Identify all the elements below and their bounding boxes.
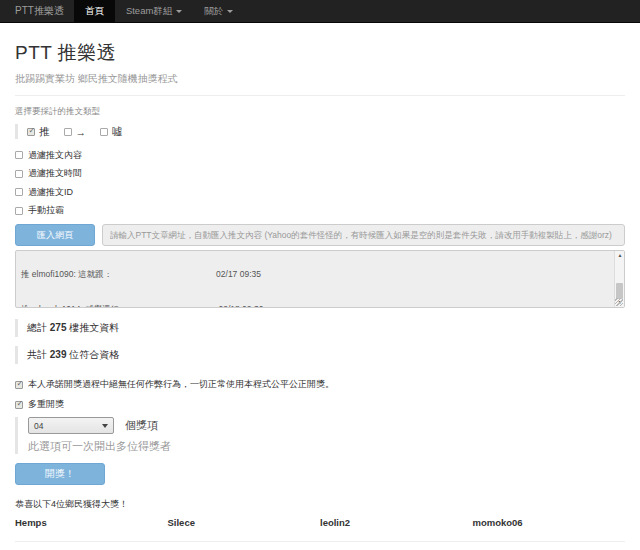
import-row: 匯入網頁 [15,224,625,246]
winner-name: leolin2 [320,517,473,528]
import-url-button[interactable]: 匯入網頁 [15,224,95,246]
qualified-count: 239 [50,349,67,360]
multi-draw-options: 04 個獎項 此選項可一次開出多位得獎者 [15,417,625,454]
prize-unit-label: 個獎項 [125,418,158,433]
scroll-up-icon[interactable]: ▲ [615,251,625,260]
page-subtitle: 批踢踢實業坊 鄉民推文隨機抽獎程式 [15,72,625,86]
push-option-label: 推 [39,125,50,139]
prize-count-value: 04 [34,421,43,431]
push-line: 推 elmofi1090: 這就跟： 02/17 09:35 [21,269,609,281]
total-prefix: 總計 [27,322,50,333]
winner-list: Hemps Silece leolin2 momoko06 [15,517,625,528]
qualified-suffix: 位符合資格 [66,349,119,360]
manual-slot-checkbox[interactable] [15,207,23,215]
push-content-textarea[interactable]: 推 elmofi1090: 這就跟： 02/17 09:35 推 sdangle… [15,250,625,308]
filter-id-checkbox[interactable] [15,188,23,196]
nav-item-steam-group[interactable]: Steam群組 [115,0,193,22]
total-suffix: 樓推文資料 [66,322,119,333]
main-container: PTT 推樂透 批踢踢實業坊 鄉民推文隨機抽獎程式 選擇要採計的推文類型 推 →… [0,41,640,550]
push-checkbox[interactable] [27,128,35,136]
page-header: PTT 推樂透 批踢踢實業坊 鄉民推文隨機抽獎程式 [15,41,625,96]
filter-time-label: 過濾推文時間 [28,167,82,180]
multi-draw-checkbox[interactable] [15,401,23,409]
arrow-option-label: → [76,126,87,138]
multi-draw-row[interactable]: 多重開獎 [15,398,625,411]
push-type-options: 推 → 噓 [15,124,625,139]
winner-name: Hemps [15,517,168,528]
winner-name: momoko06 [473,517,626,528]
draw-button[interactable]: 開獎！ [15,463,105,485]
filter-content[interactable]: 過濾推文內容 [15,150,625,160]
qualified-stat: 共計 239 位符合資格 [15,346,625,364]
filter-list: 過濾推文內容 過濾推文時間 過濾推文ID 手動拉霸 [15,150,625,216]
scrollbar-thumb[interactable] [616,283,623,299]
total-count: 275 [50,322,67,333]
nav-home-label: 首頁 [85,5,104,18]
push-content-lines: 推 elmofi1090: 這就跟： 02/17 09:35 推 sdangle… [21,250,609,308]
article-url-input[interactable] [102,224,625,246]
select-caret-icon [102,424,108,428]
filter-content-checkbox[interactable] [15,151,23,159]
filter-id[interactable]: 過濾推文ID [15,187,625,197]
push-type-option-boo[interactable]: 噓 [100,125,123,139]
multi-draw-hint: 此選項可一次開出多位得獎者 [28,439,625,454]
footer: Created and maintained by Howar31 @ 2014… [15,541,625,550]
nav-steam-label: Steam群組 [126,5,172,18]
caret-down-icon [227,10,233,13]
boo-option-label: 噓 [112,125,123,139]
caret-down-icon [176,10,182,13]
total-pushes-stat: 總計 275 樓推文資料 [15,319,625,337]
nav-about-label: 關於 [204,5,223,18]
winner-name: Silece [168,517,321,528]
boo-checkbox[interactable] [100,128,108,136]
result-message: 恭喜以下4位鄉民獲得大獎！ [15,498,625,511]
qualified-prefix: 共計 [27,349,50,360]
brand-link[interactable]: PTT推樂透 [5,0,74,22]
nav-item-home[interactable]: 首頁 [74,0,115,22]
push-type-option-push[interactable]: 推 [27,125,50,139]
pledge-label: 本人承諾開獎過程中絕無任何作弊行為，一切正常使用本程式公平公正開獎。 [28,378,334,391]
multi-draw-label: 多重開獎 [28,398,64,411]
resize-grip-icon[interactable] [615,298,623,306]
filter-id-label: 過濾推文ID [28,186,73,199]
page-title: PTT 推樂透 [15,41,625,65]
filter-time-checkbox[interactable] [15,170,23,178]
manual-slot[interactable]: 手動拉霸 [15,206,625,216]
push-line: 推 sdangle1014: 感覺還行 02/18 02:30 [21,304,609,308]
prize-count-select[interactable]: 04 [28,417,114,434]
pledge-row[interactable]: 本人承諾開獎過程中絕無任何作弊行為，一切正常使用本程式公平公正開獎。 [15,378,625,391]
nav-item-about[interactable]: 關於 [193,0,244,22]
push-type-section-label: 選擇要採計的推文類型 [15,106,625,118]
filter-time[interactable]: 過濾推文時間 [15,169,625,179]
manual-slot-label: 手動拉霸 [28,204,64,217]
navbar: PTT推樂透 首頁 Steam群組 關於 [0,0,640,23]
push-type-option-arrow[interactable]: → [64,126,87,138]
pledge-checkbox[interactable] [15,381,23,389]
filter-content-label: 過濾推文內容 [28,149,82,162]
arrow-checkbox[interactable] [64,128,72,136]
